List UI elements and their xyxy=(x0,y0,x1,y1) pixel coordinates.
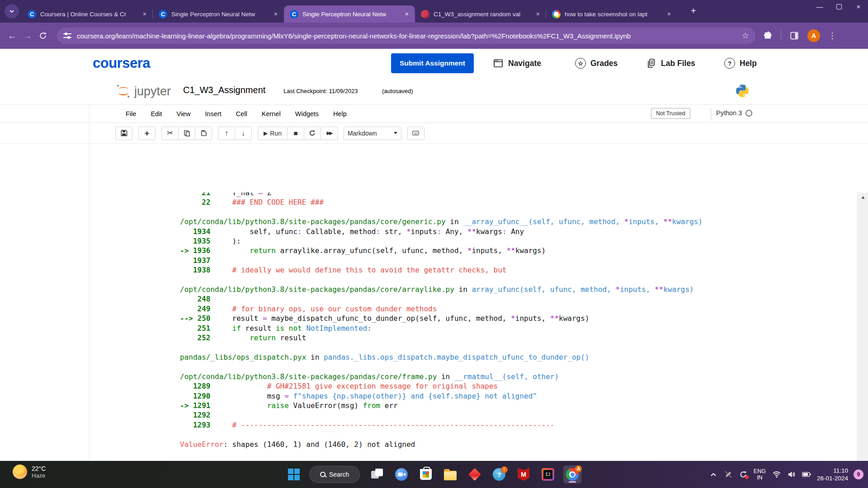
maximize-button[interactable] xyxy=(836,4,842,9)
bookmark-star-icon[interactable]: ☆ xyxy=(742,31,749,41)
tab-close-icon[interactable]: × xyxy=(272,10,279,18)
app-diamond-button[interactable] xyxy=(466,465,484,483)
browser-tab-lab-1[interactable]: C Single Perceptron Neural Netw × xyxy=(153,5,284,23)
profile-avatar[interactable]: A xyxy=(807,29,820,42)
jupyter-logo[interactable]: jupyter xyxy=(115,83,171,99)
tab-search-button[interactable] xyxy=(5,4,19,19)
sync-alert-icon[interactable] xyxy=(739,470,748,479)
coursera-logo[interactable]: coursera xyxy=(93,55,150,71)
restart-kernel-button[interactable] xyxy=(304,127,321,140)
side-panel-icon[interactable] xyxy=(789,31,799,41)
divider xyxy=(781,30,781,41)
task-view-button[interactable] xyxy=(368,465,386,483)
close-window-button[interactable]: × xyxy=(853,3,864,10)
coursera-favicon: C xyxy=(28,10,36,19)
code-line: 1293 # ---------------------------------… xyxy=(180,420,813,430)
scroll-up-arrow[interactable]: ▲ xyxy=(858,194,868,200)
tab-close-icon[interactable]: × xyxy=(665,10,673,18)
interrupt-kernel-button[interactable]: ■ xyxy=(287,127,304,140)
submit-assignment-button[interactable]: Submit Assignment xyxy=(391,53,474,73)
menu-kernel[interactable]: Kernel xyxy=(255,110,288,117)
chrome-button-active[interactable]: A xyxy=(563,465,581,483)
restart-run-all-button[interactable]: ▶▶ xyxy=(321,127,338,140)
notebook-content[interactable]: 21 Y_hat = Z 22 ### END CODE HERE ### /o… xyxy=(0,192,868,488)
file-explorer-button[interactable] xyxy=(441,465,459,483)
cut-cell-button[interactable]: ✂ xyxy=(161,127,179,140)
menu-insert[interactable]: Insert xyxy=(198,110,229,117)
tab-close-icon[interactable]: × xyxy=(403,10,410,18)
notebook-scrollbar[interactable]: ▲ xyxy=(857,192,868,488)
minimize-button[interactable]: — xyxy=(814,3,826,10)
pen-input-icon[interactable] xyxy=(724,470,733,479)
not-trusted-button[interactable]: Not Trusted xyxy=(651,108,690,119)
menu-view[interactable]: View xyxy=(169,110,198,117)
new-tab-button[interactable]: + xyxy=(691,6,696,15)
tab-close-icon[interactable]: × xyxy=(534,10,542,18)
tab-close-icon[interactable]: × xyxy=(141,10,148,18)
code-line: /opt/conda/lib/python3.8/site-packages/p… xyxy=(180,217,813,226)
get-help-button[interactable]: ? ! xyxy=(490,465,508,483)
notification-count-badge[interactable]: 9 xyxy=(854,469,863,479)
taskbar-weather-widget[interactable]: 22°C Haze xyxy=(13,465,46,479)
taskbar-search[interactable]: Search xyxy=(309,466,360,483)
browser-tab-coursera-home[interactable]: C Coursera | Online Courses & Cr × xyxy=(22,5,153,23)
extensions-icon[interactable] xyxy=(763,31,773,41)
command-palette-button[interactable] xyxy=(407,127,425,140)
move-cell-down-button[interactable]: ↓ xyxy=(235,127,252,140)
cell-type-value: Markdown xyxy=(348,130,377,137)
save-button[interactable] xyxy=(115,127,132,140)
fast-forward-icon: ▶▶ xyxy=(326,130,331,136)
menu-edit[interactable]: Edit xyxy=(143,110,169,117)
code-line xyxy=(180,343,813,352)
coursera-header: coursera Submit Assignment Navigate ☆ Gr… xyxy=(0,49,868,78)
site-info-icon[interactable] xyxy=(63,33,71,39)
mcafee-button[interactable]: M xyxy=(514,465,533,483)
code-line: 1934 self, ufunc: Callable, method: str,… xyxy=(180,227,813,236)
microsoft-store-button[interactable] xyxy=(417,465,435,483)
taskbar-clock[interactable]: 11:10 26-01-2024 xyxy=(817,467,848,482)
code-line: 1289 # GH#21581 give exception message f… xyxy=(180,381,813,391)
grades-button[interactable]: ☆ Grades xyxy=(575,49,618,78)
code-line: 22 ### END CODE HERE ### xyxy=(180,197,813,207)
menu-help[interactable]: Help xyxy=(326,110,354,117)
code-line: 248 xyxy=(180,294,813,304)
lab-files-button[interactable]: Lab Files xyxy=(646,49,695,78)
menu-widgets[interactable]: Widgets xyxy=(288,110,326,117)
volume-icon[interactable] xyxy=(787,470,796,479)
move-cell-up-button[interactable]: ↑ xyxy=(218,127,235,140)
play-icon: ▶ xyxy=(264,131,268,136)
traceback-block: 21 Y_hat = Z 22 ### END CODE HERE ### /o… xyxy=(180,192,813,449)
wifi-icon[interactable] xyxy=(772,470,781,479)
jupyter-planet-icon xyxy=(115,83,132,99)
teams-chat-button[interactable] xyxy=(392,465,410,483)
arrow-up-icon: ↑ xyxy=(225,129,228,137)
browser-tab-google-search[interactable]: how to take screenshot on lapt × xyxy=(546,5,677,23)
hidden-icons-button[interactable] xyxy=(709,470,718,479)
copy-cell-button[interactable] xyxy=(178,127,195,140)
browser-tab-lab-2-active[interactable]: C Single Perceptron Neural Netw × xyxy=(284,5,415,23)
menu-file[interactable]: File xyxy=(118,110,143,117)
navigate-button[interactable]: Navigate xyxy=(493,49,541,78)
paste-cell-button[interactable] xyxy=(195,127,212,140)
menu-cell[interactable]: Cell xyxy=(229,110,255,117)
notebook-title[interactable]: C1_W3_Assignment xyxy=(183,85,265,95)
intellij-button[interactable]: IJ xyxy=(539,465,557,483)
back-button[interactable]: ← xyxy=(5,31,20,41)
start-button[interactable] xyxy=(285,465,303,483)
address-bar[interactable]: coursera.org/learn/machine-learning-line… xyxy=(57,28,755,44)
language-indicator[interactable]: ENGIN xyxy=(754,468,766,481)
jupyter-header: jupyter C1_W3_Assignment Last Checkpoint… xyxy=(0,78,868,105)
forward-button[interactable]: → xyxy=(20,31,35,41)
help-label: Help xyxy=(740,59,757,68)
run-cell-button[interactable]: ▶ Run xyxy=(258,127,288,140)
add-cell-button[interactable]: + xyxy=(138,127,156,140)
reload-button[interactable] xyxy=(38,31,47,40)
browser-tab-assignment[interactable]: C1_W3_assignment random val × xyxy=(415,5,546,23)
help-button[interactable]: ? Help xyxy=(724,49,757,78)
tab-title: C1_W3_assignment random val xyxy=(434,11,530,18)
battery-icon[interactable] xyxy=(802,470,811,479)
chat-camera-icon xyxy=(395,468,408,481)
chrome-icon: A xyxy=(566,468,579,481)
browser-menu-icon[interactable]: ⋮ xyxy=(828,31,836,41)
cell-type-dropdown[interactable]: Markdown xyxy=(344,127,401,140)
